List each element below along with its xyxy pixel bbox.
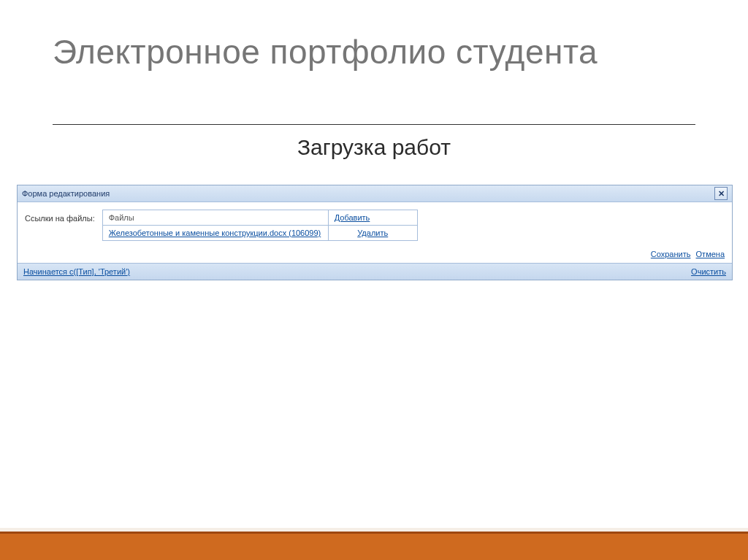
footer-strip-orange <box>0 532 748 560</box>
footer-filter-link[interactable]: Начинается с([Тип], 'Третий') <box>23 267 130 276</box>
close-icon[interactable]: ✕ <box>714 187 728 200</box>
panel-footer: Начинается с([Тип], 'Третий') Очистить <box>18 263 732 280</box>
cancel-link[interactable]: Отмена <box>696 250 725 258</box>
col-action-delete: Удалить <box>328 226 417 241</box>
file-cell: Железобетонные и каменные конструкции.do… <box>102 226 328 241</box>
title-rule <box>53 124 695 125</box>
page-title: Электронное портфолио студента <box>53 34 695 72</box>
col-action-add: Добавить <box>328 210 417 226</box>
clear-link[interactable]: Очистить <box>691 267 726 276</box>
col-header-files: Файлы <box>102 210 328 226</box>
table-row: Файлы Добавить <box>102 210 417 226</box>
file-table: Файлы Добавить Железобетонные и каменные… <box>102 210 418 241</box>
add-link[interactable]: Добавить <box>335 213 370 222</box>
files-row: Ссылки на файлы: Файлы Добавить Железобе… <box>25 210 725 241</box>
panel-title: Форма редактирования <box>22 189 110 198</box>
form-actions: Сохранить Отмена <box>25 250 725 258</box>
files-label: Ссылки на файлы: <box>25 210 95 223</box>
subtitle: Загрузка работ <box>0 135 748 160</box>
table-row: Железобетонные и каменные конструкции.do… <box>102 226 417 241</box>
file-link[interactable]: Железобетонные и каменные конструкции.do… <box>109 229 321 237</box>
panel-body: Ссылки на файлы: Файлы Добавить Железобе… <box>18 202 732 263</box>
save-link[interactable]: Сохранить <box>651 250 691 258</box>
edit-form-panel: Форма редактирования ✕ Ссылки на файлы: … <box>17 185 733 280</box>
panel-header: Форма редактирования ✕ <box>18 185 732 202</box>
slide: Электронное портфолио студента Загрузка … <box>0 0 748 560</box>
delete-link[interactable]: Удалить <box>335 229 411 237</box>
